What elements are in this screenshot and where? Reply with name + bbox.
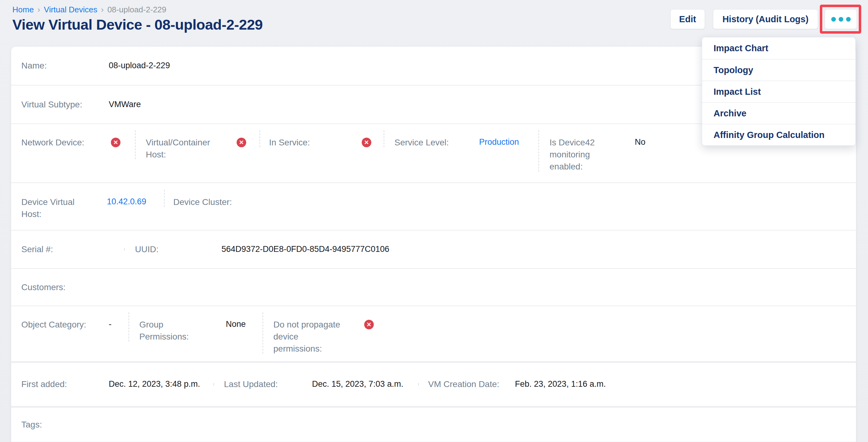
field-row-customers: Customers: [11, 269, 856, 306]
breadcrumb-current: 08-upload-2-229 [107, 5, 166, 14]
device-virtual-host-value-link[interactable]: 10.42.0.69 [107, 196, 147, 208]
uuid-value: 564D9372-D0E8-0FD0-85D4-9495777C0106 [221, 243, 389, 255]
false-icon: ✕ [364, 320, 374, 329]
in-service-label: In Service: [269, 136, 362, 148]
serial-label: Serial #: [21, 243, 109, 255]
breadcrumb: Home › Virtual Devices › 08-upload-2-229 [12, 5, 166, 14]
monitoring-enabled-label: Is Device42 monitoring enabled: [550, 136, 611, 173]
tags-label: Tags: [21, 418, 109, 431]
name-label: Name: [21, 60, 109, 72]
last-updated-label: Last Updated: [224, 378, 312, 390]
breadcrumb-separator: › [37, 5, 40, 14]
virtual-subtype-value: VMWare [109, 99, 141, 110]
monitoring-enabled-value: No [635, 136, 646, 148]
do-not-propagate-label: Do not propagate device permissions: [273, 318, 344, 355]
virtual-container-host-label: Virtual/Container Host: [146, 136, 223, 161]
more-actions-button[interactable] [825, 9, 857, 29]
edit-button[interactable]: Edit [670, 9, 705, 29]
menu-item-impact-list[interactable]: Impact List [702, 80, 855, 102]
service-level-value-link[interactable]: Production [479, 136, 519, 148]
menu-item-archive[interactable]: Archive [702, 102, 855, 124]
menu-item-affinity-group-calculation[interactable]: Affinity Group Calculation [702, 124, 855, 145]
device-cluster-label: Device Cluster: [173, 196, 261, 208]
first-added-value: Dec. 12, 2023, 3:48 p.m. [109, 378, 200, 390]
last-updated-value: Dec. 15, 2023, 7:03 a.m. [312, 378, 403, 390]
vm-creation-date-label: VM Creation Date: [428, 378, 515, 390]
menu-item-impact-chart[interactable]: Impact Chart [702, 37, 855, 59]
network-device-label: Network Device: [21, 136, 111, 148]
more-actions-menu: Impact Chart Topology Impact List Archiv… [702, 37, 856, 146]
menu-item-topology[interactable]: Topology [702, 59, 855, 80]
breadcrumb-virtual-devices-link[interactable]: Virtual Devices [44, 5, 97, 14]
group-permissions-value: None [226, 318, 246, 330]
vm-creation-date-value: Feb. 23, 2023, 1:16 a.m. [515, 378, 606, 390]
first-added-label: First added: [21, 378, 109, 390]
false-icon: ✕ [111, 138, 121, 147]
field-row-host-cluster: Device Virtual Host: 10.42.0.69 Device C… [11, 183, 856, 231]
view-virtual-device-page: Home › Virtual Devices › 08-upload-2-229… [0, 0, 868, 442]
field-row-dates: First added: Dec. 12, 2023, 3:48 p.m. La… [11, 363, 856, 408]
field-row-tags: Tags: [11, 408, 856, 442]
field-row-serial-uuid: Serial #: UUID: 564D9372-D0E8-0FD0-85D4-… [11, 231, 856, 269]
false-icon: ✕ [237, 138, 246, 147]
virtual-subtype-label: Virtual Subtype: [21, 98, 109, 110]
object-category-label: Object Category: [21, 318, 109, 331]
false-icon: ✕ [362, 138, 371, 147]
object-category-value: - [109, 318, 112, 330]
device-virtual-host-label: Device Virtual Host: [21, 196, 83, 220]
field-row-category-permissions: Object Category: - Group Permissions: No… [11, 306, 856, 363]
name-value: 08-upload-2-229 [109, 60, 170, 72]
group-permissions-label: Group Permissions: [139, 318, 192, 343]
customers-label: Customers: [21, 281, 109, 293]
ellipsis-icon [831, 17, 851, 22]
service-level-label: Service Level: [395, 136, 479, 148]
breadcrumb-home-link[interactable]: Home [12, 5, 34, 14]
history-audit-logs-button[interactable]: History (Audit Logs) [713, 9, 818, 29]
breadcrumb-separator: › [101, 5, 104, 14]
uuid-label: UUID: [135, 243, 221, 255]
page-title: View Virtual Device - 08-upload-2-229 [12, 16, 262, 33]
